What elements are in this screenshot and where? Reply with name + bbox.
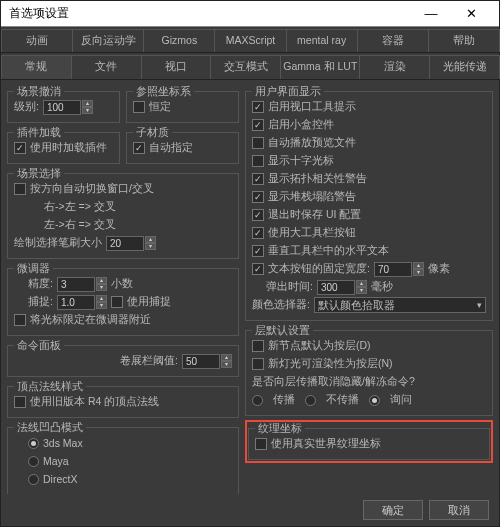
tab-file[interactable]: 文件 bbox=[71, 55, 142, 79]
tab-general[interactable]: 常规 bbox=[1, 55, 72, 79]
ui-cb6[interactable] bbox=[252, 191, 264, 203]
fixed-width-spinner[interactable]: ▴▾ bbox=[374, 262, 424, 277]
prop-radio3[interactable] bbox=[369, 395, 380, 406]
ui-cb8[interactable] bbox=[252, 227, 264, 239]
layer-cb1[interactable] bbox=[252, 340, 264, 352]
norm-3dsmax-radio[interactable] bbox=[28, 438, 39, 449]
tab-row-1: 动画 反向运动学 Gizmos MAXScript mental ray 容器 … bbox=[1, 27, 499, 53]
group-layer: 层默认设置 新节点默认为按层(D) 新灯光可渲染性为按层(N) 是否向层传播取消… bbox=[245, 330, 493, 416]
popup-spinner[interactable]: ▴▾ bbox=[317, 280, 367, 295]
autoswitch-checkbox[interactable] bbox=[14, 183, 26, 195]
const-checkbox[interactable] bbox=[133, 101, 145, 113]
window-title: 首选项设置 bbox=[9, 5, 411, 22]
brush-spinner[interactable]: ▴▾ bbox=[106, 236, 156, 251]
group-ref-coord: 参照坐标系 恒定 bbox=[126, 91, 239, 123]
tab-mentalray[interactable]: mental ray bbox=[286, 29, 358, 52]
ui-cb2[interactable] bbox=[252, 119, 264, 131]
ui-cb1[interactable] bbox=[252, 101, 264, 113]
sub-checkbox[interactable] bbox=[133, 142, 145, 154]
group-spinner: 微调器 精度: ▴▾ 小数 捕捉: ▴▾ 使用捕捉 将光标限定在微调器附近 bbox=[7, 268, 239, 336]
ui-cb3[interactable] bbox=[252, 137, 264, 149]
layer-cb2[interactable] bbox=[252, 358, 264, 370]
undo-level-spinner[interactable]: ▴▾ bbox=[43, 100, 93, 115]
real-world-checkbox[interactable] bbox=[255, 438, 267, 450]
snap-spinner[interactable]: ▴▾ bbox=[57, 295, 107, 310]
group-vnorm: 顶点法线样式 使用旧版本 R4 的顶点法线 bbox=[7, 386, 239, 418]
tab-interact[interactable]: 交互模式 bbox=[210, 55, 281, 79]
ui-cb10[interactable] bbox=[252, 263, 264, 275]
ui-cb7[interactable] bbox=[252, 209, 264, 221]
highlight-box: 纹理坐标 使用真实世界纹理坐标 bbox=[245, 420, 493, 463]
rollout-spinner[interactable]: ▴▾ bbox=[182, 354, 232, 369]
prop-radio2[interactable] bbox=[305, 395, 316, 406]
group-ui: 用户界面显示 启用视口工具提示 启用小盒控件 自动播放预览文件 显示十字光标 显… bbox=[245, 91, 493, 321]
tab-row-2: 常规 文件 视口 交互模式 Gamma 和 LUT 渲染 光能传递 bbox=[1, 53, 499, 80]
color-picker-dropdown[interactable]: 默认颜色拾取器 bbox=[314, 297, 486, 313]
footer: 确定 取消 bbox=[1, 494, 499, 526]
cancel-button[interactable]: 取消 bbox=[429, 500, 489, 520]
tab-render[interactable]: 渲染 bbox=[359, 55, 430, 79]
close-button[interactable]: ✕ bbox=[451, 1, 491, 26]
group-scene-sel: 场景选择 按方向自动切换窗口/交叉 右->左 => 交叉 左->右 => 交叉 … bbox=[7, 173, 239, 259]
prop-radio1[interactable] bbox=[252, 395, 263, 406]
norm-maya-radio[interactable] bbox=[28, 456, 39, 467]
use-snap-checkbox[interactable] bbox=[111, 296, 123, 308]
tab-help[interactable]: 帮助 bbox=[428, 29, 500, 52]
tab-anim[interactable]: 动画 bbox=[1, 29, 73, 52]
precision-spinner[interactable]: ▴▾ bbox=[57, 277, 107, 292]
group-normmode: 法线凹凸模式 3ds Max Maya DirectX bbox=[7, 427, 239, 494]
ok-button[interactable]: 确定 bbox=[363, 500, 423, 520]
ui-cb9[interactable] bbox=[252, 245, 264, 257]
tab-radiosity[interactable]: 光能传递 bbox=[429, 55, 500, 79]
ui-cb4[interactable] bbox=[252, 155, 264, 167]
r4-checkbox[interactable] bbox=[14, 396, 26, 408]
group-scene-undo: 场景撤消 级别: ▴▾ bbox=[7, 91, 120, 123]
group-tex: 纹理坐标 使用真实世界纹理坐标 bbox=[248, 428, 490, 460]
tab-gizmos[interactable]: Gizmos bbox=[143, 29, 215, 52]
tab-container[interactable]: 容器 bbox=[357, 29, 429, 52]
group-sub: 子材质 自动指定 bbox=[126, 132, 239, 164]
tab-ik[interactable]: 反向运动学 bbox=[72, 29, 144, 52]
tab-viewport[interactable]: 视口 bbox=[141, 55, 212, 79]
norm-directx-radio[interactable] bbox=[28, 474, 39, 485]
group-plugin: 插件加载 使用时加载插件 bbox=[7, 132, 120, 164]
tab-gamma[interactable]: Gamma 和 LUT bbox=[280, 55, 360, 79]
limit-checkbox[interactable] bbox=[14, 314, 26, 326]
ui-cb5[interactable] bbox=[252, 173, 264, 185]
tab-maxscript[interactable]: MAXScript bbox=[214, 29, 286, 52]
minimize-button[interactable]: — bbox=[411, 1, 451, 26]
plugin-checkbox[interactable] bbox=[14, 142, 26, 154]
group-cmd: 命令面板 卷展栏阈值: ▴▾ bbox=[7, 345, 239, 377]
titlebar: 首选项设置 — ✕ bbox=[1, 1, 499, 27]
